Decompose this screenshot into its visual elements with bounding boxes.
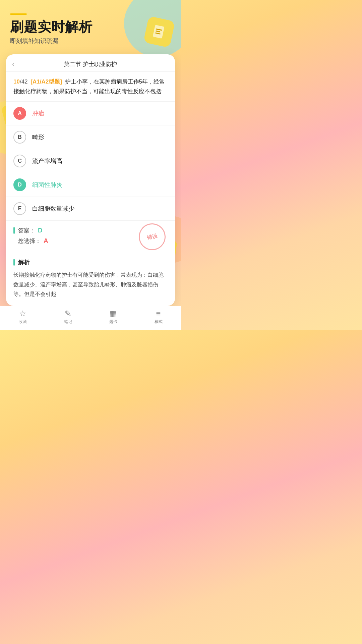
question-area: 10/42 [A1/A2型题] 护士小李，在某肿瘤病房工作5年，经常接触化疗药物… (6, 72, 175, 102)
analysis-section: 解析 长期接触化疗药物的护士有可能受到的伤害，常表现为：白细胞数量减少、流产率增… (6, 253, 175, 306)
analysis-title: 解析 (18, 259, 29, 266)
analysis-header: 解析 (13, 259, 168, 266)
left-bar (13, 227, 15, 234)
back-button[interactable]: ‹ (12, 60, 14, 69)
nav-item-笔记[interactable]: ✎笔记 (45, 310, 90, 325)
subtitle: 即刻填补知识疏漏 (10, 37, 171, 45)
option-row-a[interactable]: A肿瘤 (6, 102, 175, 125)
option-circle-d: D (13, 178, 26, 191)
header: 刷题实时解析 即刻填补知识疏漏 (0, 0, 181, 51)
nav-icon-笔记: ✎ (65, 310, 71, 318)
option-text-e: 白细胞数量减少 (32, 205, 74, 213)
main-card: ‹ 第二节 护士职业防护 10/42 [A1/A2型题] 护士小李，在某肿瘤病房… (6, 54, 175, 306)
option-row-c[interactable]: C流产率增高 (6, 149, 175, 173)
option-text-a: 肿瘤 (32, 109, 44, 117)
option-text-c: 流产率增高 (32, 157, 62, 165)
option-text-b: 畸形 (32, 133, 44, 141)
accent-line (10, 13, 27, 15)
option-row-b[interactable]: B畸形 (6, 125, 175, 149)
nav-label-笔记: 笔记 (64, 319, 72, 325)
bottom-nav: ☆收藏✎笔记▦题卡≡模式 (0, 306, 181, 330)
nav-icon-模式: ≡ (156, 310, 161, 318)
stamp-text: 错误 (146, 232, 158, 241)
answer-result: 答案： D 您选择： A 错误 (6, 221, 175, 253)
card-title: 第二节 护士职业防护 (64, 60, 117, 68)
card-nav: ‹ 第二节 护士职业防护 (6, 54, 175, 72)
question-meta: 10/42 [A1/A2型题] 护士小李，在某肿瘤病房工作5年，经常接触化疗药物… (13, 77, 168, 97)
nav-label-收藏: 收藏 (19, 319, 27, 325)
analysis-bar (13, 259, 15, 266)
your-label: 您选择： (18, 237, 41, 245)
nav-label-模式: 模式 (155, 319, 163, 325)
answer-label: 答案： (18, 227, 35, 234)
nav-label-题卡: 题卡 (109, 319, 117, 325)
analysis-text: 长期接触化疗药物的护士有可能受到的伤害，常表现为：白细胞数量减少、流产率增高，甚… (13, 270, 168, 299)
nav-item-收藏[interactable]: ☆收藏 (0, 310, 45, 325)
error-stamp: 错误 (136, 221, 168, 253)
option-circle-e: E (13, 202, 26, 215)
question-total: 42 (21, 78, 28, 85)
options-container: A肿瘤B畸形C流产率增高D细菌性肺炎E白细胞数量减少 (6, 102, 175, 221)
nav-item-题卡[interactable]: ▦题卡 (90, 310, 136, 325)
question-current: 10 (13, 78, 20, 85)
option-row-d[interactable]: D细菌性肺炎 (6, 173, 175, 197)
your-answer-value: A (44, 237, 48, 245)
nav-item-模式[interactable]: ≡模式 (136, 310, 181, 325)
question-tag: [A1/A2型题] (31, 78, 62, 85)
option-text-d: 细菌性肺炎 (32, 181, 62, 189)
correct-answer-value: D (38, 227, 43, 234)
nav-icon-题卡: ▦ (109, 310, 117, 318)
option-circle-b: B (13, 131, 26, 144)
main-title: 刷题实时解析 (10, 19, 171, 35)
option-circle-c: C (13, 155, 26, 167)
nav-icon-收藏: ☆ (19, 310, 26, 318)
option-row-e[interactable]: E白细胞数量减少 (6, 197, 175, 221)
option-circle-a: A (13, 107, 26, 120)
